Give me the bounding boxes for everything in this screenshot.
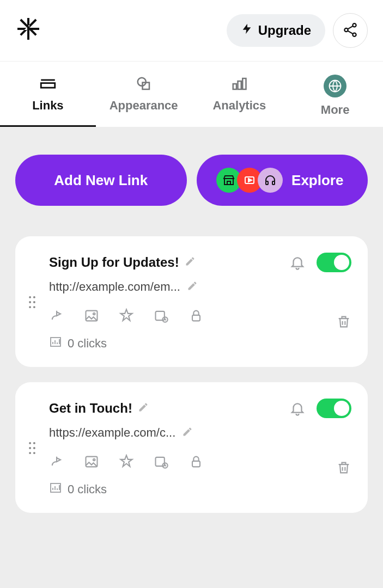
svg-rect-14: [266, 181, 268, 185]
link-toggle[interactable]: [317, 253, 351, 272]
content-area: Add New Link Explore Si: [0, 127, 383, 588]
svg-point-17: [33, 296, 35, 298]
tab-label: Appearance: [110, 99, 178, 113]
svg-point-31: [33, 447, 35, 449]
svg-rect-38: [192, 461, 200, 467]
schedule-icon[interactable]: [154, 454, 169, 469]
tab-label: Links: [32, 99, 63, 113]
svg-point-23: [93, 313, 95, 315]
thumbnail-icon[interactable]: [84, 454, 99, 469]
bell-icon[interactable]: [289, 254, 306, 271]
edit-url-icon[interactable]: [182, 426, 193, 439]
action-buttons: Add New Link Explore: [15, 155, 368, 206]
headphones-icon: [258, 168, 283, 193]
svg-rect-6: [41, 83, 55, 88]
link-title: Get in Touch!: [49, 401, 132, 416]
upgrade-button[interactable]: Upgrade: [227, 14, 325, 47]
drag-handle[interactable]: [25, 399, 39, 498]
nav-tabs: Links Appearance Analytics More: [0, 62, 383, 127]
star-icon[interactable]: [119, 308, 134, 323]
svg-line-3: [348, 26, 353, 29]
tab-appearance[interactable]: Appearance: [96, 62, 192, 127]
clicks-stat: 0 clicks: [49, 335, 351, 352]
lock-icon[interactable]: [189, 454, 204, 469]
edit-title-icon[interactable]: [185, 256, 196, 269]
edit-url-icon[interactable]: [187, 280, 198, 293]
svg-point-30: [29, 447, 31, 449]
svg-point-32: [29, 452, 31, 454]
share-button[interactable]: [333, 13, 368, 48]
link-url: http://example.com/em...: [49, 280, 180, 294]
svg-point-33: [33, 452, 35, 454]
svg-rect-26: [192, 315, 200, 321]
link-title: Sign Up for Updates!: [49, 255, 179, 270]
redirect-icon[interactable]: [49, 308, 64, 323]
svg-point-20: [29, 306, 31, 308]
appearance-tab-icon: [135, 75, 153, 93]
delete-icon[interactable]: [336, 460, 351, 475]
thumbnail-icon[interactable]: [84, 308, 99, 323]
clicks-label: 0 clicks: [68, 336, 107, 351]
links-tab-icon: [39, 75, 57, 93]
link-card: Get in Touch! https://example.com/c...: [15, 382, 368, 513]
svg-point-18: [29, 301, 31, 303]
svg-rect-15: [272, 181, 275, 185]
star-icon[interactable]: [119, 454, 134, 469]
svg-point-2: [352, 33, 356, 36]
app-header: Upgrade: [0, 0, 383, 62]
svg-rect-9: [233, 84, 236, 89]
share-icon: [342, 22, 358, 40]
svg-line-4: [348, 30, 353, 34]
tab-links[interactable]: Links: [0, 62, 96, 127]
delete-icon[interactable]: [336, 314, 351, 329]
link-url: https://example.com/c...: [49, 426, 175, 440]
tab-analytics[interactable]: Analytics: [192, 62, 288, 127]
lightning-icon: [241, 22, 253, 39]
tab-label: Analytics: [212, 99, 266, 113]
card-body: Get in Touch! https://example.com/c...: [49, 399, 351, 498]
explore-button[interactable]: Explore: [197, 155, 368, 206]
add-label: Add New Link: [54, 172, 148, 189]
lock-icon[interactable]: [189, 308, 204, 323]
card-body: Sign Up for Updates! http://example.com/…: [49, 253, 351, 352]
svg-point-21: [33, 306, 35, 308]
chart-icon: [49, 335, 62, 352]
svg-point-0: [352, 23, 356, 27]
svg-point-28: [29, 442, 31, 444]
tab-more[interactable]: More: [287, 62, 383, 127]
svg-point-1: [344, 28, 348, 31]
redirect-icon[interactable]: [49, 454, 64, 469]
analytics-tab-icon: [230, 75, 248, 93]
svg-rect-10: [238, 81, 241, 89]
svg-rect-11: [243, 78, 246, 89]
explore-label: Explore: [291, 172, 343, 189]
tab-label: More: [321, 103, 350, 117]
link-toggle[interactable]: [317, 399, 351, 418]
svg-point-19: [33, 301, 35, 303]
chart-icon: [49, 481, 62, 498]
clicks-label: 0 clicks: [68, 482, 107, 497]
upgrade-label: Upgrade: [258, 23, 311, 38]
drag-handle[interactable]: [25, 253, 39, 352]
add-new-link-button[interactable]: Add New Link: [15, 155, 187, 206]
schedule-icon[interactable]: [154, 308, 169, 323]
svg-point-29: [33, 442, 35, 444]
app-logo: [15, 16, 41, 46]
bell-icon[interactable]: [289, 400, 306, 416]
more-tab-icon: [324, 75, 346, 97]
clicks-stat: 0 clicks: [49, 481, 351, 498]
svg-point-35: [93, 459, 95, 461]
edit-title-icon[interactable]: [138, 402, 149, 415]
svg-point-16: [29, 296, 31, 298]
explore-icons-group: [221, 168, 283, 193]
header-actions: Upgrade: [227, 13, 368, 48]
link-card: Sign Up for Updates! http://example.com/…: [15, 236, 368, 367]
